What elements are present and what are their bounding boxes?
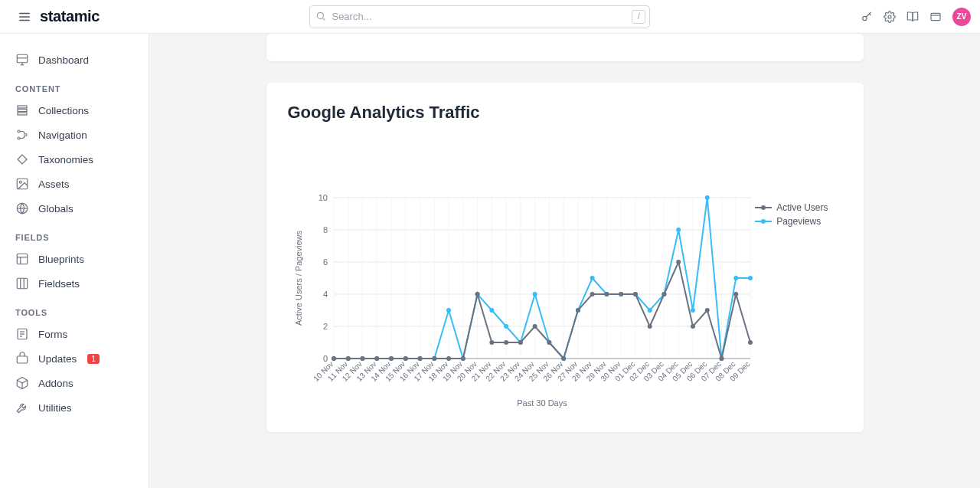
legend-label: Pageviews — [776, 216, 821, 227]
svg-text:6: 6 — [322, 257, 327, 267]
sidebar-item-utilities[interactable]: Utilities — [0, 395, 149, 420]
svg-point-130 — [676, 260, 681, 264]
card-spacer — [266, 34, 864, 61]
section-label-tools: TOOLS — [0, 296, 149, 322]
support-icon[interactable] — [929, 11, 942, 23]
svg-point-6 — [888, 15, 891, 18]
sidebar-item-label: Dashboard — [38, 54, 89, 66]
sidebar-item-blueprints[interactable]: Blueprints — [0, 247, 149, 271]
svg-point-119 — [518, 340, 522, 345]
card-title: Google Analytics Traffic — [288, 103, 842, 123]
blueprints-icon — [15, 252, 29, 266]
topbar-right: ZV — [861, 8, 971, 26]
legend-label: Active Users — [776, 202, 828, 213]
svg-text:8: 8 — [322, 225, 327, 234]
svg-point-90 — [532, 292, 537, 296]
sidebar-item-assets[interactable]: Assets — [0, 172, 149, 196]
svg-point-133 — [719, 356, 724, 361]
sidebar-item-label: Collections — [38, 105, 89, 116]
brand-logo[interactable]: statamic — [40, 8, 100, 25]
svg-text:2: 2 — [322, 322, 327, 331]
svg-point-16 — [18, 130, 20, 133]
main-content: Google Analytics Traffic 024681010 Nov11… — [149, 34, 980, 484]
svg-point-108 — [360, 356, 364, 361]
sidebar-item-label: Taxonomies — [38, 154, 93, 165]
sidebar-item-navigation[interactable]: Navigation — [0, 123, 149, 147]
sidebar-item-label: Forms — [38, 329, 67, 340]
sidebar: Dashboard CONTENT Collections Navigation… — [0, 34, 149, 484]
svg-text:4: 4 — [322, 290, 327, 299]
svg-rect-14 — [18, 110, 27, 112]
book-icon[interactable] — [906, 11, 919, 23]
svg-point-124 — [590, 292, 594, 296]
svg-rect-25 — [17, 278, 28, 289]
svg-point-122 — [561, 356, 566, 361]
svg-point-126 — [619, 292, 623, 296]
traffic-chart: 024681010 Nov11 Nov12 Nov13 Nov14 Nov15 … — [288, 136, 842, 412]
sidebar-item-dashboard[interactable]: Dashboard — [0, 47, 149, 72]
svg-point-121 — [547, 340, 551, 345]
utilities-icon — [15, 401, 29, 414]
svg-point-107 — [345, 356, 350, 361]
svg-text:10: 10 — [318, 193, 327, 202]
svg-point-111 — [403, 356, 407, 361]
svg-point-135 — [748, 340, 753, 345]
sidebar-item-label: Addons — [38, 378, 74, 389]
svg-point-106 — [332, 356, 336, 361]
avatar[interactable]: ZV — [952, 8, 971, 26]
svg-point-115 — [460, 356, 465, 361]
svg-point-118 — [504, 340, 508, 345]
svg-point-84 — [446, 308, 451, 313]
collections-icon — [15, 103, 29, 117]
sidebar-item-updates[interactable]: Updates1 — [0, 346, 149, 371]
legend-row: Active Users — [755, 202, 828, 213]
svg-point-87 — [489, 308, 494, 313]
svg-point-132 — [704, 308, 709, 313]
svg-point-113 — [432, 356, 436, 361]
updates-badge: 1 — [87, 354, 100, 364]
svg-point-116 — [475, 292, 479, 296]
legend-swatch-icon — [755, 221, 772, 222]
svg-point-110 — [389, 356, 394, 361]
svg-point-112 — [417, 356, 422, 361]
svg-rect-15 — [18, 113, 27, 115]
sidebar-item-taxonomies[interactable]: Taxonomies — [0, 147, 149, 172]
svg-point-88 — [504, 324, 508, 329]
gear-icon[interactable] — [884, 11, 896, 23]
search-shortcut-badge: / — [632, 10, 645, 24]
addons-icon — [15, 376, 29, 390]
forms-icon — [15, 327, 29, 341]
svg-text:Active Users / Pageviews: Active Users / Pageviews — [294, 230, 303, 326]
section-label-content: CONTENT — [0, 72, 149, 98]
key-icon[interactable] — [861, 11, 873, 23]
updates-icon — [15, 352, 29, 365]
svg-point-3 — [318, 12, 324, 18]
svg-point-120 — [532, 324, 537, 329]
svg-line-4 — [323, 18, 325, 20]
search-input[interactable] — [309, 5, 650, 28]
sidebar-item-collections[interactable]: Collections — [0, 98, 149, 123]
topbar: statamic / ZV — [0, 0, 980, 34]
svg-point-127 — [632, 292, 637, 296]
sidebar-item-label: Assets — [38, 178, 70, 190]
svg-point-18 — [24, 134, 27, 136]
sidebar-item-forms[interactable]: Forms — [0, 322, 149, 346]
sidebar-item-label: Fieldsets — [38, 278, 80, 290]
sidebar-item-label: Navigation — [38, 129, 87, 141]
svg-point-20 — [19, 181, 21, 183]
analytics-card: Google Analytics Traffic 024681010 Nov11… — [266, 83, 864, 432]
svg-point-100 — [676, 228, 681, 232]
search-wrap: / — [309, 5, 650, 28]
svg-rect-13 — [18, 106, 27, 108]
sidebar-item-addons[interactable]: Addons — [0, 371, 149, 395]
sidebar-item-label: Globals — [38, 203, 74, 215]
menu-toggle[interactable] — [9, 10, 40, 24]
chart-legend: Active Users Pageviews — [755, 202, 828, 230]
dashboard-icon — [15, 53, 29, 67]
chart-container: 024681010 Nov11 Nov12 Nov13 Nov14 Nov15 … — [288, 136, 842, 412]
sidebar-item-fieldsets[interactable]: Fieldsets — [0, 271, 149, 296]
svg-text:Past 30 Days: Past 30 Days — [517, 398, 567, 408]
sidebar-item-globals[interactable]: Globals — [0, 196, 149, 221]
svg-point-105 — [748, 276, 753, 280]
navigation-icon — [15, 128, 29, 142]
